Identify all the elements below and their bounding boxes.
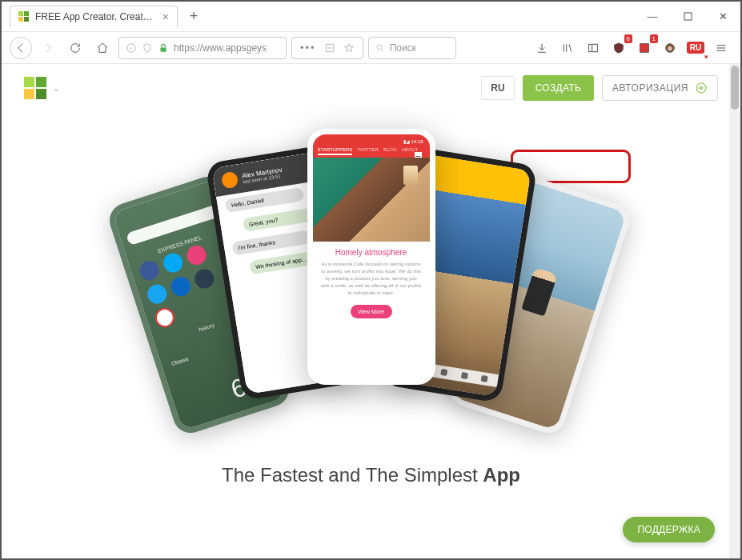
downloads-icon[interactable] [531,37,553,59]
scrollbar[interactable] [729,64,740,560]
reader-icon [324,42,335,54]
phone-mockup-blog: ▮◢ 14:18STARTUPPERSTWITTERBLOGABOUT ≡ Ho… [307,129,435,385]
toolbar-right: 6 1 RU▾ [531,37,732,59]
ublock-icon[interactable]: 6 [608,37,630,59]
login-button[interactable]: АВТОРИЗАЦИЯ [602,75,718,101]
lock-icon [158,42,169,54]
info-icon [126,42,137,54]
svg-rect-4 [684,13,692,20]
page-content: ⌄ RU СОЗДАТЬ АВТОРИЗАЦИЯ EXPRESS PANEL h… [2,64,740,560]
svg-rect-0 [18,11,23,16]
support-button[interactable]: ПОДДЕРЖКА [623,517,715,542]
tab-favicon [18,11,30,22]
svg-rect-1 [24,11,29,16]
address-bar: https://www.appsgeys ••• Поиск 6 1 RU▾ [2,32,740,64]
forward-button[interactable] [37,37,59,59]
reload-button[interactable] [64,37,86,59]
create-button[interactable]: СОЗДАТЬ [523,75,594,101]
page-actions[interactable]: ••• [291,37,363,59]
maximize-button[interactable] [670,5,705,29]
monkey-icon[interactable] [659,37,681,59]
language-selector[interactable]: RU [481,76,514,100]
svg-line-12 [381,49,383,51]
svg-rect-13 [589,44,598,51]
close-button[interactable]: ✕ [705,5,740,29]
minimize-button[interactable]: — [635,5,670,29]
library-icon[interactable] [556,37,579,59]
url-text: https://www.appsgeys [174,42,267,54]
search-icon [375,43,385,53]
url-field[interactable]: https://www.appsgeys [118,37,287,59]
search-field[interactable]: Поиск [368,37,456,59]
back-button[interactable] [10,37,32,59]
adblock-icon[interactable]: 1 [633,37,656,59]
search-placeholder: Поиск [390,42,416,54]
svg-point-11 [377,45,382,50]
phones-hero: EXPRESS PANEL history Ottawa 64° Alex Ma… [147,117,596,453]
svg-rect-8 [161,47,166,51]
new-tab-button[interactable]: + [184,7,203,26]
svg-rect-3 [24,17,29,22]
window-controls: — ✕ [635,5,740,29]
chevron-down-icon[interactable]: ⌄ [53,83,60,94]
scroll-thumb[interactable] [731,66,739,110]
sidebar-icon[interactable] [582,37,604,59]
svg-point-16 [668,46,673,51]
menu-button[interactable] [710,37,732,59]
browser-tab[interactable]: FREE App Creator. Create Apps × [10,6,178,27]
login-icon [695,82,708,94]
tagline: The Fastest and The Simplest App [2,464,740,486]
ru-lang-icon[interactable]: RU▾ [684,37,707,59]
site-header: ⌄ RU СОЗДАТЬ АВТОРИЗАЦИЯ [2,64,740,112]
tab-close-icon[interactable]: × [162,11,169,22]
tab-title: FREE App Creator. Create Apps [35,11,157,22]
star-icon[interactable] [343,42,355,54]
shield-icon [142,42,153,54]
svg-rect-2 [18,17,23,22]
home-button[interactable] [91,37,114,59]
login-label: АВТОРИЗАЦИЯ [612,82,688,94]
window-title-bar: FREE App Creator. Create Apps × + — ✕ [2,2,740,32]
site-logo[interactable] [24,77,46,99]
